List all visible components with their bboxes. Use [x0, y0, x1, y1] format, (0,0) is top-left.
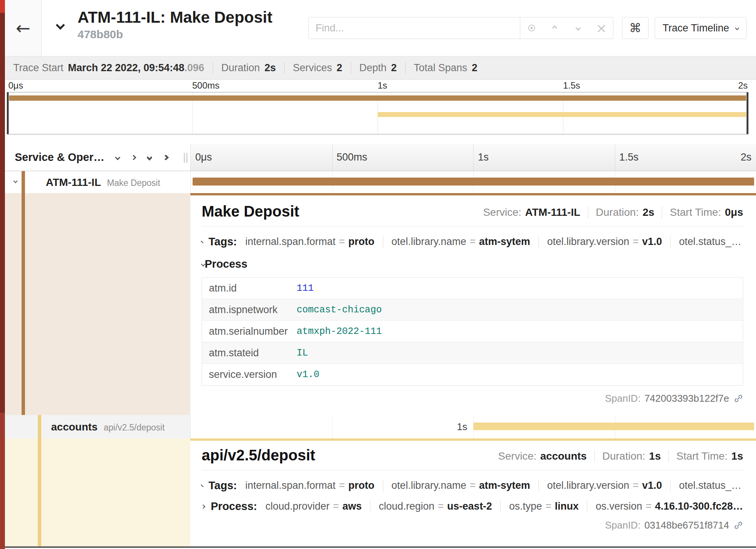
span-row-accounts[interactable]: accounts api/v2.5/deposit: [5, 415, 190, 438]
span-detail-left-background: [5, 193, 190, 415]
span-detail-title: api/v2.5/deposit: [202, 447, 315, 464]
span-operation-name: Make Deposit: [107, 178, 160, 188]
trace-start-fraction: .096: [184, 62, 204, 74]
gridline: [473, 144, 474, 171]
minimap-range-handle-left[interactable]: [7, 92, 9, 134]
tags-summary-row[interactable]: Tags: internal.span.format=proto otel.li…: [202, 479, 743, 492]
span-detail-meta: Service:accounts Duration:1s Start Time:…: [498, 450, 743, 464]
back-button[interactable]: ←: [5, 0, 42, 56]
service-operation-header: Service & Oper…: [15, 151, 104, 164]
minimap-tick: 0μs: [8, 80, 23, 91]
gridline: [615, 144, 615, 171]
span-bar-row-atm[interactable]: [190, 171, 756, 193]
chevron-up-icon: [552, 25, 557, 31]
minimap-span-bar-make-deposit: [9, 95, 746, 101]
span-duration-bar[interactable]: [193, 178, 754, 186]
meta-start-time: Start Time:1s: [668, 450, 743, 462]
tag-item: internal.span.format=proto: [245, 480, 374, 491]
stat-label: Services: [293, 62, 332, 74]
axis-tick: 0μs: [195, 151, 212, 163]
tag-item: os.type=linux: [500, 501, 579, 512]
meta-start-time: Start Time:0μs: [662, 206, 743, 218]
timeline-header-left: Service & Oper…: [5, 144, 190, 171]
kv-value: comcast-chicago: [297, 304, 382, 315]
kv-key: atm.serialnumber: [202, 326, 297, 337]
collapse-one-icon[interactable]: [115, 154, 120, 160]
stat-label: Total Spans: [414, 62, 467, 74]
chevron-down-icon: [576, 25, 581, 31]
divider: [202, 226, 743, 226]
minimap-tick: 500ms: [192, 80, 219, 91]
trace-view-label: Trace Timeline: [663, 22, 729, 34]
span-row-labels: accounts api/v2.5/deposit: [51, 421, 165, 433]
copy-link-icon[interactable]: [734, 521, 743, 530]
timeline-header: Service & Oper… 0μs 500ms 1s 1.5s 2s: [5, 144, 756, 171]
span-detail-header: api/v2.5/deposit Service:accounts Durati…: [202, 447, 743, 464]
span-bar-row-accounts[interactable]: 1s: [190, 415, 756, 438]
trace-summary-bar: Trace Start March 22 2022, 09:54:48.096 …: [5, 56, 756, 80]
minimap-tick: 1.5s: [563, 80, 580, 91]
tags-label: Tags:: [208, 236, 237, 248]
span-row-atm[interactable]: ATM-111-IL Make Deposit: [5, 171, 190, 193]
span-collapse-icon[interactable]: [13, 179, 17, 183]
meta-service: Service:ATM-111-IL: [483, 206, 580, 218]
collapse-all-icon[interactable]: [148, 155, 151, 160]
stat-label: Depth: [359, 62, 387, 74]
tag-item: otel.status_…: [670, 480, 748, 491]
table-row: atm.serialnumber atmxph-2022-111: [202, 321, 743, 342]
span-row-labels: ATM-111-IL Make Deposit: [46, 176, 160, 189]
back-arrow-icon: ←: [16, 18, 31, 38]
trace-minimap[interactable]: [7, 92, 748, 134]
minimap-range-handle-right[interactable]: [747, 92, 748, 134]
process-summary-row[interactable]: Process: cloud.provider=aws cloud.region…: [202, 500, 743, 513]
window-edge-strip-bottom: [0, 413, 5, 549]
span-detail-header: Make Deposit Service:ATM-111-IL Duration…: [202, 203, 743, 220]
axis-tick: 1.5s: [619, 151, 639, 163]
copy-link-icon[interactable]: [734, 394, 743, 403]
expand-one-icon[interactable]: [131, 154, 136, 160]
timeline-header-axis: 0μs 500ms 1s 1.5s 2s: [190, 144, 756, 171]
next-result-button[interactable]: [566, 17, 590, 39]
trace-collapse-chevron-icon[interactable]: [56, 20, 65, 30]
expand-all-icon[interactable]: [163, 156, 168, 159]
span-detail-panel-make-deposit: Make Deposit Service:ATM-111-IL Duration…: [190, 193, 756, 415]
stat-total-spans: Total Spans 2: [405, 62, 478, 74]
prev-result-button[interactable]: [543, 17, 567, 39]
page-title: ATM-111-IL: Make Deposit: [78, 8, 272, 27]
tag-item: otel.library.name=atm-sytem: [383, 236, 530, 248]
span-id-value: 03148be6751f8714: [644, 519, 729, 531]
kv-key: atm.ispnetwork: [202, 304, 297, 316]
trace-start: Trace Start March 22 2022, 09:54:48.096: [13, 62, 204, 74]
trace-page-header: ← ATM-111-IL: Make Deposit 478b80b × ⌘ T…: [5, 0, 756, 56]
tags-summary-row[interactable]: Tags: internal.span.format=proto otel.li…: [202, 236, 743, 248]
span-duration-bar[interactable]: [473, 423, 754, 430]
span-id-row: SpanID: 03148be6751f8714: [202, 519, 743, 531]
kv-key: atm.id: [202, 282, 297, 294]
process-section-toggle[interactable]: Process: [202, 258, 743, 270]
kv-key: service.version: [202, 369, 297, 381]
window-edge-strip-top: [0, 0, 5, 13]
clear-search-button[interactable]: ×: [590, 17, 613, 39]
span-duration-label: 1s: [191, 421, 473, 433]
chevron-right-icon: [201, 240, 203, 243]
minimap-tick: 1s: [378, 80, 387, 91]
match-highlight-button[interactable]: [520, 17, 543, 39]
span-color-rail: [22, 171, 25, 415]
bottom-border: [5, 546, 756, 548]
kv-value: IL: [297, 348, 308, 359]
trace-view-selector[interactable]: Trace Timeline: [655, 17, 747, 39]
divider: [202, 470, 743, 470]
keyboard-shortcuts-button[interactable]: ⌘: [622, 17, 649, 39]
span-id-value: 742003393b122f7e: [644, 393, 729, 404]
column-resizer[interactable]: [184, 153, 187, 163]
find-input[interactable]: [308, 17, 520, 39]
span-service-name: accounts: [51, 421, 98, 433]
tag-item: internal.span.format=proto: [245, 236, 374, 248]
minimap-axis: 0μs 500ms 1s 1.5s 2s: [7, 80, 748, 91]
window-edge-strip: [0, 0, 5, 549]
meta-service: Service:accounts: [498, 450, 587, 462]
tag-item: otel.library.version=v1.0: [538, 236, 662, 248]
gridline: [332, 144, 333, 171]
axis-tick: 500ms: [337, 151, 367, 163]
tag-item: cloud.provider=aws: [266, 501, 362, 512]
